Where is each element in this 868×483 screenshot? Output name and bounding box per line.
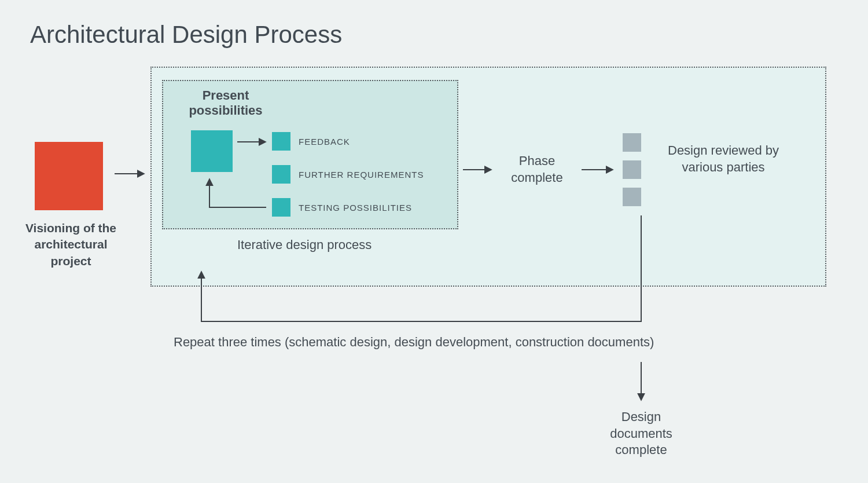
party-square-1 bbox=[623, 133, 641, 152]
design-complete-label: Design documents complete bbox=[595, 409, 687, 459]
repeat-caption: Repeat three times (schematic design, de… bbox=[174, 335, 654, 350]
feedback-label: FEEDBACK bbox=[299, 137, 350, 147]
iterative-process-label: Iterative design process bbox=[237, 237, 372, 253]
testing-label: TESTING POSSIBILITIES bbox=[299, 203, 412, 213]
testing-row: TESTING POSSIBILITIES bbox=[272, 198, 412, 217]
present-possibilities-label: Present possibilities bbox=[179, 88, 272, 119]
further-req-square bbox=[272, 165, 290, 184]
visioning-label: Visioning of the architectural project bbox=[23, 220, 119, 269]
phase-complete-label: Phase complete bbox=[496, 153, 578, 186]
party-square-3 bbox=[623, 188, 641, 206]
feedback-square bbox=[272, 132, 290, 151]
further-req-row: FURTHER REQUIREMENTS bbox=[272, 165, 424, 184]
further-req-label: FURTHER REQUIREMENTS bbox=[299, 170, 424, 180]
diagram-title: Architectural Design Process bbox=[30, 21, 342, 49]
party-square-2 bbox=[623, 160, 641, 179]
present-square bbox=[191, 130, 233, 172]
testing-square bbox=[272, 198, 290, 217]
feedback-row: FEEDBACK bbox=[272, 132, 350, 151]
design-reviewed-label: Design reviewed by various parties bbox=[660, 142, 787, 175]
visioning-square bbox=[35, 142, 103, 210]
